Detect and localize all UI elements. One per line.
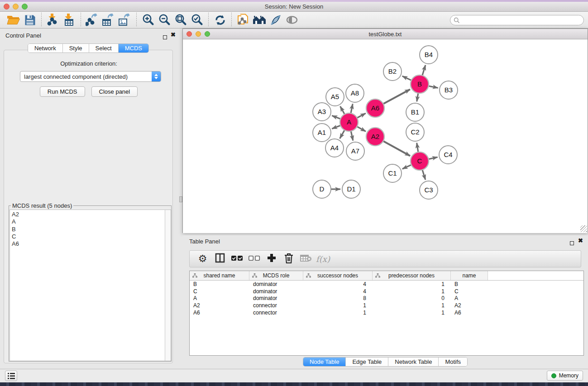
node-B3[interactable]: B3 (440, 81, 458, 99)
edge-A-A7[interactable] (351, 130, 353, 141)
table-float-panel-button[interactable] (570, 239, 574, 247)
node-C[interactable]: C (411, 152, 429, 170)
network-canvas[interactable]: AA1A2A3A4A5A6A7A8BB1B2B3B4CC1C2C3C4DD1 (183, 40, 588, 233)
tab-edge-table[interactable]: Edge Table (346, 357, 388, 366)
node-A4[interactable]: A4 (325, 139, 344, 157)
tab-network[interactable]: Network (28, 44, 63, 52)
select-all-columns-button[interactable] (230, 252, 244, 266)
edge-A-A8[interactable] (351, 104, 353, 114)
neighbors-button[interactable] (251, 13, 268, 27)
delete-column-button[interactable] (282, 252, 296, 266)
tab-motifs[interactable]: Motifs (439, 357, 467, 366)
column-header-shared-name[interactable]: shared name (190, 271, 249, 280)
maximize-window-button[interactable] (22, 4, 28, 10)
node-A2[interactable]: A2 (366, 128, 384, 146)
show-column-panel-button[interactable] (213, 252, 227, 266)
search-box[interactable] (450, 15, 584, 25)
tab-select[interactable]: Select (89, 44, 119, 52)
close-window-button[interactable] (4, 4, 10, 10)
table-row[interactable]: Adominator80A (190, 295, 583, 302)
column-header-name[interactable]: name (451, 271, 488, 280)
edge-B-B2[interactable] (402, 76, 412, 81)
export-network-button[interactable] (84, 13, 100, 27)
zoom-selected-button[interactable] (189, 13, 205, 27)
mcds-result-list[interactable]: A2ABCA6 (10, 210, 171, 361)
table-row[interactable]: Bdominator41B (190, 281, 583, 288)
node-A6[interactable]: A6 (366, 99, 384, 117)
tab-network-table[interactable]: Network Table (388, 357, 439, 366)
node-D[interactable]: D (313, 180, 331, 198)
node-A7[interactable]: A7 (346, 142, 364, 160)
search-input[interactable] (460, 17, 573, 24)
network-minimize-button[interactable] (196, 31, 201, 37)
criterion-dropdown[interactable]: largest connected component (directed) (20, 71, 161, 82)
edge-B-B3[interactable] (428, 86, 438, 88)
memory-button[interactable]: Memory (547, 371, 583, 381)
node-B1[interactable]: B1 (406, 103, 424, 121)
column-header-successor-nodes[interactable]: successor nodes (303, 271, 373, 280)
node-C3[interactable]: C3 (420, 181, 438, 199)
edge-A6-B[interactable] (382, 89, 410, 104)
open-session-button[interactable] (5, 13, 22, 27)
export-table-button[interactable] (100, 13, 117, 27)
mcds-result-item[interactable]: A6 (10, 240, 164, 248)
network-maximize-button[interactable] (205, 31, 210, 37)
cyndex-button[interactable] (235, 13, 251, 27)
edge-A-A2[interactable] (356, 126, 366, 132)
edge-A-A3[interactable] (332, 116, 341, 119)
table-row[interactable]: A2connector11A2 (190, 302, 583, 309)
graphics-details-button[interactable] (268, 13, 284, 27)
edge-A-A1[interactable] (332, 125, 341, 129)
save-session-button[interactable] (22, 13, 38, 27)
mcds-result-item[interactable]: A2 (10, 211, 164, 218)
node-B2[interactable]: B2 (383, 62, 402, 81)
column-header-predecessor-nodes[interactable]: predecessor nodes (373, 271, 451, 280)
task-history-button[interactable] (5, 371, 17, 381)
minimize-window-button[interactable] (13, 4, 19, 10)
import-network-button[interactable] (45, 13, 61, 27)
node-A[interactable]: A (340, 113, 358, 131)
create-column-button[interactable] (264, 252, 278, 266)
deselect-all-columns-button[interactable] (247, 252, 261, 266)
mcds-result-scrollbar[interactable] (165, 210, 171, 361)
node-B4[interactable]: B4 (420, 46, 438, 64)
zoom-in-button[interactable] (140, 13, 156, 27)
node-A3[interactable]: A3 (313, 103, 331, 121)
tab-mcds[interactable]: MCDS (119, 44, 148, 52)
node-A5[interactable]: A5 (326, 88, 344, 106)
node-C2[interactable]: C2 (406, 123, 424, 141)
tab-style[interactable]: Style (63, 44, 89, 52)
import-table-button[interactable] (61, 13, 77, 27)
zoom-out-button[interactable] (156, 13, 172, 27)
float-panel-button[interactable] (163, 33, 167, 41)
node-D1[interactable]: D1 (342, 180, 360, 198)
edge-C-C1[interactable] (402, 164, 412, 169)
apply-layout-button[interactable] (212, 13, 228, 27)
node-B[interactable]: B (411, 75, 429, 93)
close-panel-button[interactable]: ✖ (171, 33, 176, 37)
node-C4[interactable]: C4 (439, 146, 457, 164)
node-A1[interactable]: A1 (313, 124, 331, 142)
table-row[interactable]: A6connector11A6 (190, 309, 583, 316)
node-C1[interactable]: C1 (383, 164, 402, 182)
edge-B-B4[interactable] (422, 65, 425, 76)
table-row[interactable]: Cdominator41C (190, 288, 583, 295)
network-view-window[interactable]: testGlobe.txt AA1A2A3A4A5A6A7A8BB1B2B3B4… (182, 29, 588, 233)
panel-splitter-grip[interactable] (179, 196, 182, 202)
export-image-button[interactable] (117, 13, 133, 27)
network-close-button[interactable] (186, 31, 192, 37)
run-mcds-button[interactable]: Run MCDS (40, 86, 85, 97)
table-close-panel-button[interactable]: ✖ (578, 238, 583, 243)
mcds-result-item[interactable]: B (10, 226, 164, 233)
show-hide-button[interactable] (284, 13, 300, 27)
tab-node-table[interactable]: Node Table (303, 357, 346, 366)
mcds-result-item[interactable]: A (10, 218, 164, 225)
node-A8[interactable]: A8 (346, 84, 364, 102)
mcds-result-item[interactable]: C (10, 233, 164, 240)
edge-A-A6[interactable] (356, 113, 366, 118)
zoom-fit-button[interactable] (172, 13, 189, 27)
resize-grip-icon[interactable] (580, 225, 587, 232)
edge-A-A4[interactable] (340, 129, 345, 138)
edge-C-C4[interactable] (428, 157, 438, 159)
edge-C-C2[interactable] (417, 143, 419, 153)
